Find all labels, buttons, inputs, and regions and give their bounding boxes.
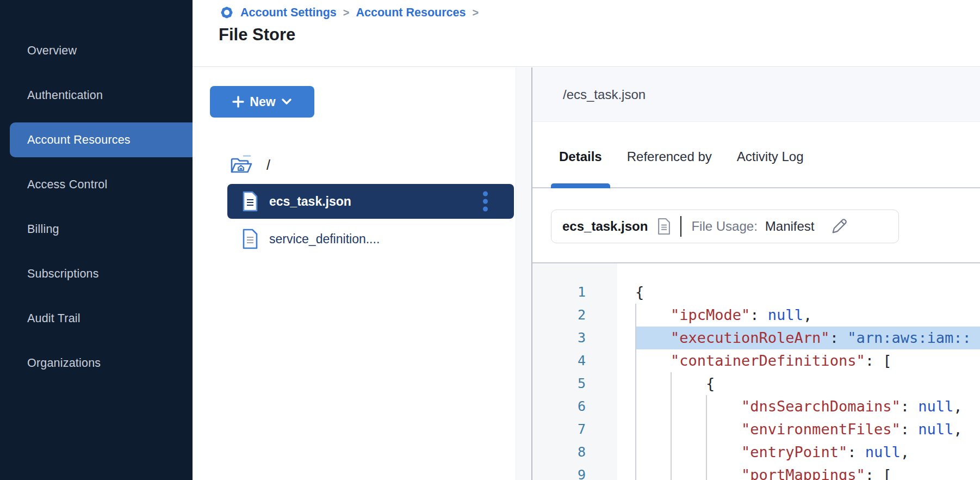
code-token: "ipcMode" — [671, 306, 750, 323]
code-token: : — [847, 444, 865, 460]
gear-icon — [219, 4, 235, 21]
file-browser-panel: New / ecs_task.json service_definition..… — [193, 67, 516, 480]
new-button-label: New — [250, 95, 275, 109]
code-token: , — [803, 306, 812, 323]
code-line: 5 { — [532, 372, 980, 395]
new-button[interactable]: New — [210, 86, 314, 118]
code-line: 8 "entryPoint": null, — [532, 441, 980, 464]
code-token: , — [953, 421, 962, 438]
code-token: : — [830, 329, 848, 346]
code-token: { — [635, 375, 715, 392]
file-row-service-definition[interactable]: service_definition.... — [227, 221, 514, 256]
sidebar-item-billing[interactable]: Billing — [0, 207, 193, 251]
code-text: "portMappings": [ — [617, 464, 980, 480]
tab-details[interactable]: Details — [551, 149, 610, 187]
indent-guide — [635, 327, 636, 349]
code-line: 7 "environmentFiles": null, — [532, 418, 980, 441]
file-row-ecs-task-json[interactable]: ecs_task.json — [227, 184, 514, 219]
code-token: "executionRoleArn" — [671, 329, 830, 346]
indent-guide — [635, 395, 636, 418]
file-name-label: service_definition.... — [269, 232, 380, 247]
top-header: Account Settings>Account Resources> File… — [193, 0, 980, 67]
kebab-menu-icon[interactable] — [481, 189, 490, 214]
code-token: , — [901, 444, 909, 460]
code-line: 6 "dnsSearchDomains": null, — [532, 395, 980, 418]
sidebar-item-access-control[interactable]: Access Control — [0, 162, 193, 207]
line-number: 5 — [532, 372, 617, 395]
code-token: "containerDefinitions" — [671, 352, 865, 369]
line-number: 2 — [532, 304, 617, 327]
code-viewer[interactable]: 1{2 "ipcMode": null,3 "executionRoleArn"… — [532, 262, 980, 480]
code-text: "entryPoint": null, — [617, 441, 980, 464]
file-name: ecs_task.json — [562, 219, 648, 234]
code-token: "arn:aws:iam:: — [847, 329, 971, 346]
breadcrumb-separator: > — [342, 7, 351, 19]
line-number: 7 — [532, 418, 617, 441]
breadcrumb-separator: > — [471, 7, 480, 19]
sidebar-item-label: Account Resources — [27, 133, 131, 147]
file-info-card: ecs_task.json File Usage: Manifest — [551, 210, 899, 243]
root-folder-row[interactable]: / — [230, 153, 270, 176]
sidebar-item-label: Organizations — [27, 356, 101, 370]
chevron-down-icon — [281, 98, 292, 106]
page-title: File Store — [219, 25, 295, 45]
code-text: "environmentFiles": null, — [617, 418, 980, 441]
sidebar-item-organizations[interactable]: Organizations — [0, 341, 193, 385]
sidebar-nav: OverviewAuthenticationAccount ResourcesA… — [0, 0, 193, 385]
root-folder-label: / — [266, 157, 270, 173]
sidebar-item-overview[interactable]: Overview — [0, 28, 193, 73]
code-lines: 1{2 "ipcMode": null,3 "executionRoleArn"… — [532, 263, 980, 480]
line-number: 8 — [532, 441, 617, 464]
file-path: /ecs_task.json — [563, 87, 646, 102]
line-number: 3 — [532, 327, 617, 349]
code-token: : — [750, 306, 768, 323]
indent-guide — [706, 441, 707, 464]
file-usage-value: Manifest — [765, 219, 815, 234]
sidebar-item-account-resources[interactable]: Account Resources — [10, 122, 193, 157]
code-token: : — [901, 398, 919, 415]
code-token — [635, 329, 671, 346]
code-text: "dnsSearchDomains": null, — [617, 395, 980, 418]
code-token: "dnsSearchDomains" — [741, 398, 901, 415]
tab-activity-log[interactable]: Activity Log — [729, 149, 812, 187]
indent-guide — [635, 464, 636, 480]
indent-guide — [635, 441, 636, 464]
breadcrumb: Account Settings>Account Resources> — [219, 4, 480, 21]
code-token: : — [901, 421, 919, 438]
sidebar-item-label: Overview — [27, 44, 77, 58]
line-number: 9 — [532, 464, 617, 480]
document-icon — [656, 217, 672, 236]
sidebar-item-label: Access Control — [27, 178, 107, 192]
code-token: null — [918, 421, 953, 438]
indent-guide — [671, 418, 672, 441]
sidebar-item-subscriptions[interactable]: Subscriptions — [0, 251, 193, 296]
sidebar-item-label: Audit Trail — [27, 312, 80, 325]
sidebar-item-authentication[interactable]: Authentication — [0, 73, 193, 118]
tab-bar: DetailsReferenced byActivity Log — [532, 122, 980, 188]
sidebar-item-audit-trail[interactable]: Audit Trail — [0, 296, 193, 341]
breadcrumb-link-account-settings[interactable]: Account Settings — [240, 6, 337, 20]
code-token: : [ — [865, 352, 892, 369]
code-token: null — [918, 398, 953, 415]
indent-guide — [671, 441, 672, 464]
code-token — [635, 421, 741, 438]
tab-referenced-by[interactable]: Referenced by — [619, 149, 720, 187]
kebab-dot — [483, 199, 488, 204]
sidebar-item-label: Subscriptions — [27, 267, 99, 281]
home-folder-icon — [230, 153, 252, 176]
indent-guide — [635, 304, 636, 327]
line-number: 1 — [532, 281, 617, 304]
breadcrumb-link-account-resources[interactable]: Account Resources — [356, 6, 466, 20]
code-token — [635, 306, 671, 323]
code-text: "executionRoleArn": "arn:aws:iam:: — [617, 327, 980, 349]
plus-icon — [232, 96, 244, 108]
code-line: 9 "portMappings": [ — [532, 464, 980, 480]
code-token: "entryPoint" — [741, 444, 847, 460]
kebab-dot — [483, 192, 488, 196]
edit-usage-button[interactable] — [830, 217, 848, 236]
details-panel: /ecs_task.json DetailsReferenced byActiv… — [531, 67, 980, 480]
code-line: 4 "containerDefinitions": [ — [532, 349, 980, 372]
code-text: { — [617, 372, 980, 395]
code-token: { — [635, 284, 644, 300]
panel-divider-strip — [516, 67, 531, 480]
